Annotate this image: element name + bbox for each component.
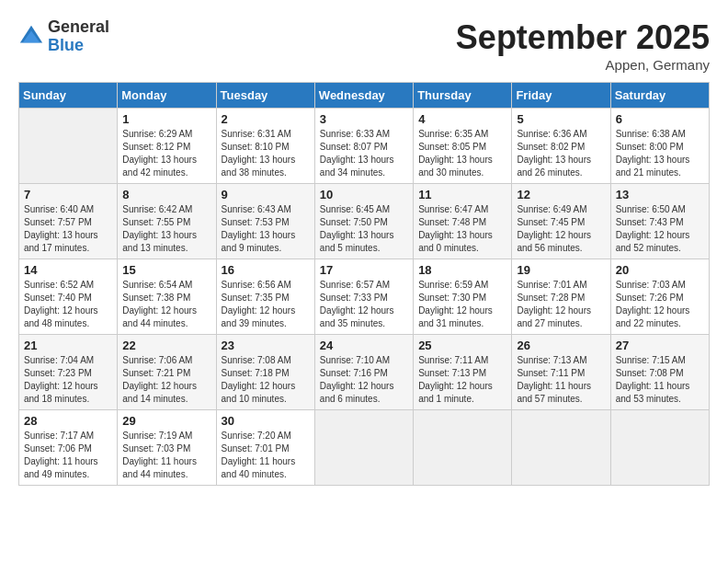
weekday-header-sunday: Sunday — [19, 83, 118, 109]
calendar-cell: 26Sunrise: 7:13 AMSunset: 7:11 PMDayligh… — [512, 335, 610, 410]
day-info: Sunrise: 6:59 AMSunset: 7:30 PMDaylight:… — [418, 279, 506, 330]
day-number: 25 — [418, 339, 506, 352]
calendar-week-row: 7Sunrise: 6:40 AMSunset: 7:57 PMDaylight… — [19, 184, 710, 259]
weekday-header-saturday: Saturday — [610, 83, 709, 109]
calendar-cell: 5Sunrise: 6:36 AMSunset: 8:02 PMDaylight… — [512, 109, 610, 184]
day-number: 19 — [517, 263, 605, 277]
day-info: Sunrise: 7:15 AMSunset: 7:08 PMDaylight:… — [616, 354, 704, 406]
day-number: 11 — [418, 188, 506, 201]
day-number: 2 — [222, 112, 310, 126]
day-info: Sunrise: 6:42 AMSunset: 7:55 PMDaylight:… — [122, 203, 210, 255]
day-info: Sunrise: 6:35 AMSunset: 8:05 PMDaylight:… — [418, 128, 506, 179]
day-info: Sunrise: 7:17 AMSunset: 7:06 PMDaylight:… — [24, 430, 112, 481]
calendar-cell: 2Sunrise: 6:31 AMSunset: 8:10 PMDaylight… — [216, 109, 314, 184]
calendar-cell — [610, 410, 709, 486]
calendar-cell: 19Sunrise: 7:01 AMSunset: 7:28 PMDayligh… — [512, 259, 610, 335]
weekday-header-thursday: Thursday — [414, 83, 512, 109]
calendar-cell: 13Sunrise: 6:50 AMSunset: 7:43 PMDayligh… — [610, 184, 709, 259]
calendar-cell: 25Sunrise: 7:11 AMSunset: 7:13 PMDayligh… — [414, 335, 512, 410]
day-info: Sunrise: 6:50 AMSunset: 7:43 PMDaylight:… — [616, 203, 704, 255]
day-number: 13 — [616, 188, 704, 201]
day-number: 6 — [616, 112, 704, 126]
day-info: Sunrise: 6:45 AMSunset: 7:50 PMDaylight:… — [320, 203, 408, 255]
calendar-cell: 7Sunrise: 6:40 AMSunset: 7:57 PMDaylight… — [19, 184, 118, 259]
day-number: 29 — [122, 414, 210, 428]
day-number: 18 — [418, 263, 506, 277]
weekday-header-tuesday: Tuesday — [216, 83, 314, 109]
day-number: 21 — [24, 339, 112, 352]
day-info: Sunrise: 7:04 AMSunset: 7:23 PMDaylight:… — [24, 354, 112, 406]
day-info: Sunrise: 6:40 AMSunset: 7:57 PMDaylight:… — [24, 203, 112, 255]
weekday-header-monday: Monday — [118, 83, 216, 109]
day-info: Sunrise: 6:43 AMSunset: 7:53 PMDaylight:… — [222, 203, 310, 255]
day-number: 15 — [122, 263, 210, 277]
day-info: Sunrise: 7:20 AMSunset: 7:01 PMDaylight:… — [222, 430, 310, 481]
day-info: Sunrise: 6:33 AMSunset: 8:07 PMDaylight:… — [320, 128, 408, 179]
day-number: 28 — [24, 414, 112, 428]
calendar-cell: 1Sunrise: 6:29 AMSunset: 8:12 PMDaylight… — [118, 109, 216, 184]
day-info: Sunrise: 6:38 AMSunset: 8:00 PMDaylight:… — [616, 128, 704, 179]
month-title: September 2025 — [456, 18, 710, 57]
calendar-cell: 11Sunrise: 6:47 AMSunset: 7:48 PMDayligh… — [414, 184, 512, 259]
calendar-cell: 14Sunrise: 6:52 AMSunset: 7:40 PMDayligh… — [19, 259, 118, 335]
day-info: Sunrise: 6:47 AMSunset: 7:48 PMDaylight:… — [418, 203, 506, 255]
day-number: 17 — [320, 263, 408, 277]
calendar-week-row: 14Sunrise: 6:52 AMSunset: 7:40 PMDayligh… — [19, 259, 710, 335]
weekday-header-row: SundayMondayTuesdayWednesdayThursdayFrid… — [19, 83, 710, 109]
calendar-cell: 22Sunrise: 7:06 AMSunset: 7:21 PMDayligh… — [118, 335, 216, 410]
calendar-cell — [414, 410, 512, 486]
calendar-cell: 27Sunrise: 7:15 AMSunset: 7:08 PMDayligh… — [610, 335, 709, 410]
calendar-cell: 20Sunrise: 7:03 AMSunset: 7:26 PMDayligh… — [610, 259, 709, 335]
calendar-week-row: 28Sunrise: 7:17 AMSunset: 7:06 PMDayligh… — [19, 410, 710, 486]
calendar-cell — [314, 410, 413, 486]
calendar-week-row: 21Sunrise: 7:04 AMSunset: 7:23 PMDayligh… — [19, 335, 710, 410]
calendar-cell: 29Sunrise: 7:19 AMSunset: 7:03 PMDayligh… — [118, 410, 216, 486]
calendar-cell: 24Sunrise: 7:10 AMSunset: 7:16 PMDayligh… — [314, 335, 413, 410]
calendar-cell — [512, 410, 610, 486]
calendar-cell: 21Sunrise: 7:04 AMSunset: 7:23 PMDayligh… — [19, 335, 118, 410]
calendar-table: SundayMondayTuesdayWednesdayThursdayFrid… — [18, 82, 710, 486]
day-number: 4 — [418, 112, 506, 126]
calendar-cell: 17Sunrise: 6:57 AMSunset: 7:33 PMDayligh… — [314, 259, 413, 335]
calendar-cell: 6Sunrise: 6:38 AMSunset: 8:00 PMDaylight… — [610, 109, 709, 184]
page-header: General Blue September 2025 Appen, Germa… — [18, 18, 710, 73]
calendar-cell: 28Sunrise: 7:17 AMSunset: 7:06 PMDayligh… — [19, 410, 118, 486]
day-number: 30 — [222, 414, 310, 428]
location-subtitle: Appen, Germany — [456, 57, 710, 73]
calendar-cell: 8Sunrise: 6:42 AMSunset: 7:55 PMDaylight… — [118, 184, 216, 259]
day-info: Sunrise: 7:08 AMSunset: 7:18 PMDaylight:… — [222, 354, 310, 406]
day-info: Sunrise: 6:52 AMSunset: 7:40 PMDaylight:… — [24, 279, 112, 330]
day-number: 23 — [222, 339, 310, 352]
day-number: 3 — [320, 112, 408, 126]
logo-icon — [18, 24, 44, 50]
calendar-week-row: 1Sunrise: 6:29 AMSunset: 8:12 PMDaylight… — [19, 109, 710, 184]
day-number: 22 — [122, 339, 210, 352]
calendar-cell: 3Sunrise: 6:33 AMSunset: 8:07 PMDaylight… — [314, 109, 413, 184]
day-info: Sunrise: 7:01 AMSunset: 7:28 PMDaylight:… — [517, 279, 605, 330]
logo: General Blue — [18, 18, 109, 55]
weekday-header-friday: Friday — [512, 83, 610, 109]
day-number: 20 — [616, 263, 704, 277]
calendar-cell: 10Sunrise: 6:45 AMSunset: 7:50 PMDayligh… — [314, 184, 413, 259]
day-number: 10 — [320, 188, 408, 201]
day-number: 27 — [616, 339, 704, 352]
day-number: 9 — [222, 188, 310, 201]
weekday-header-wednesday: Wednesday — [314, 83, 413, 109]
calendar-cell: 16Sunrise: 6:56 AMSunset: 7:35 PMDayligh… — [216, 259, 314, 335]
day-number: 5 — [517, 112, 605, 126]
day-info: Sunrise: 6:56 AMSunset: 7:35 PMDaylight:… — [222, 279, 310, 330]
day-number: 1 — [122, 112, 210, 126]
calendar-cell: 12Sunrise: 6:49 AMSunset: 7:45 PMDayligh… — [512, 184, 610, 259]
day-info: Sunrise: 6:36 AMSunset: 8:02 PMDaylight:… — [517, 128, 605, 179]
day-number: 14 — [24, 263, 112, 277]
day-info: Sunrise: 7:10 AMSunset: 7:16 PMDaylight:… — [320, 354, 408, 406]
day-info: Sunrise: 6:49 AMSunset: 7:45 PMDaylight:… — [517, 203, 605, 255]
day-info: Sunrise: 7:13 AMSunset: 7:11 PMDaylight:… — [517, 354, 605, 406]
day-info: Sunrise: 7:19 AMSunset: 7:03 PMDaylight:… — [122, 430, 210, 481]
day-number: 12 — [517, 188, 605, 201]
day-number: 16 — [222, 263, 310, 277]
day-number: 24 — [320, 339, 408, 352]
calendar-cell: 30Sunrise: 7:20 AMSunset: 7:01 PMDayligh… — [216, 410, 314, 486]
day-info: Sunrise: 6:31 AMSunset: 8:10 PMDaylight:… — [222, 128, 310, 179]
calendar-cell: 4Sunrise: 6:35 AMSunset: 8:05 PMDaylight… — [414, 109, 512, 184]
